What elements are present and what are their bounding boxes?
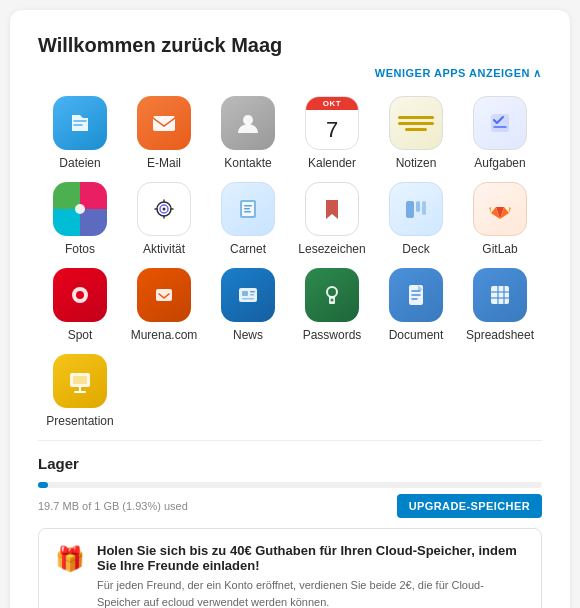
svg-point-4 (163, 208, 166, 211)
svg-rect-31 (491, 286, 509, 304)
presentation-icon (53, 354, 107, 408)
app-news[interactable]: News (206, 268, 290, 342)
news-label: News (233, 328, 263, 342)
cal-month: OKT (306, 97, 358, 110)
svg-rect-23 (242, 291, 248, 296)
svg-rect-26 (242, 298, 254, 300)
deck-icon (389, 182, 443, 236)
gitlab-icon (473, 182, 527, 236)
storage-row: 19.7 MB of 1 GB (1.93%) used UPGRADE-SPE… (38, 494, 542, 518)
storage-used-text: 19.7 MB of 1 GB (1.93%) used (38, 500, 188, 512)
svg-rect-2 (491, 114, 509, 132)
photos-icon (53, 182, 107, 236)
section-divider (38, 440, 542, 441)
cal-day: 7 (306, 110, 358, 149)
files-label: Dateien (59, 156, 100, 170)
app-activity[interactable]: Aktivität (122, 182, 206, 256)
carnet-icon (221, 182, 275, 236)
notes-icon (389, 96, 443, 150)
storage-bar-container (38, 482, 542, 488)
app-presentation[interactable]: Presentation (38, 354, 122, 428)
app-passwords[interactable]: Passwords (290, 268, 374, 342)
apps-grid: Dateien E-Mail Kontakte (38, 96, 542, 428)
svg-point-27 (327, 287, 337, 297)
spreadsheet-icon (473, 268, 527, 322)
email-icon (137, 96, 191, 150)
promo-title: Holen Sie sich bis zu 40€ Guthaben für I… (97, 543, 525, 573)
passwords-icon (305, 268, 359, 322)
toggle-apps-row: WENIGER APPS ANZEIGEN ∧ (38, 67, 542, 80)
app-email[interactable]: E-Mail (122, 96, 206, 170)
svg-rect-25 (250, 294, 254, 296)
main-container: Willkommen zurück Maag WENIGER APPS ANZE… (10, 10, 570, 608)
svg-rect-0 (153, 116, 175, 131)
app-tasks[interactable]: Aufgaben (458, 96, 542, 170)
contacts-label: Kontakte (224, 156, 271, 170)
carnet-label: Carnet (230, 242, 266, 256)
app-photos[interactable]: Fotos (38, 182, 122, 256)
bookmarks-icon (305, 182, 359, 236)
files-icon (53, 96, 107, 150)
app-carnet[interactable]: Carnet (206, 182, 290, 256)
app-murena[interactable]: Murena.com (122, 268, 206, 342)
bookmarks-label: Lesezeichen (298, 242, 365, 256)
svg-rect-18 (422, 201, 426, 215)
svg-point-1 (243, 115, 253, 125)
spreadsheet-label: Spreadsheet (466, 328, 534, 342)
app-notes[interactable]: Notizen (374, 96, 458, 170)
svg-point-29 (331, 299, 334, 302)
app-spreadsheet[interactable]: Spreadsheet (458, 268, 542, 342)
gitlab-label: GitLab (482, 242, 517, 256)
murena-label: Murena.com (131, 328, 198, 342)
passwords-label: Passwords (303, 328, 362, 342)
svg-rect-39 (73, 376, 87, 384)
promo-content: Holen Sie sich bis zu 40€ Guthaben für I… (97, 543, 525, 608)
svg-point-3 (75, 204, 85, 214)
svg-rect-21 (156, 289, 172, 301)
activity-label: Aktivität (143, 242, 185, 256)
calendar-icon: OKT 7 (305, 96, 359, 150)
welcome-title: Willkommen zurück Maag (38, 34, 542, 57)
svg-rect-16 (406, 201, 414, 218)
activity-icon (137, 182, 191, 236)
murena-icon (137, 268, 191, 322)
spot-icon (53, 268, 107, 322)
svg-rect-14 (244, 208, 250, 210)
document-label: Document (389, 328, 444, 342)
app-files[interactable]: Dateien (38, 96, 122, 170)
app-bookmarks[interactable]: Lesezeichen (290, 182, 374, 256)
tasks-icon (473, 96, 527, 150)
presentation-label: Presentation (46, 414, 113, 428)
toggle-apps-link[interactable]: WENIGER APPS ANZEIGEN ∧ (375, 67, 542, 80)
contacts-icon (221, 96, 275, 150)
storage-section-title: Lager (38, 455, 542, 472)
app-document[interactable]: Document (374, 268, 458, 342)
svg-rect-24 (250, 291, 255, 293)
email-label: E-Mail (147, 156, 181, 170)
app-contacts[interactable]: Kontakte (206, 96, 290, 170)
news-icon (221, 268, 275, 322)
app-calendar[interactable]: OKT 7 Kalender (290, 96, 374, 170)
svg-rect-13 (244, 205, 252, 207)
app-spot[interactable]: Spot (38, 268, 122, 342)
storage-bar-fill (38, 482, 48, 488)
spot-label: Spot (68, 328, 93, 342)
promo-icon: 🎁 (55, 545, 85, 573)
tasks-label: Aufgaben (474, 156, 525, 170)
svg-rect-17 (416, 201, 420, 212)
promo-box: 🎁 Holen Sie sich bis zu 40€ Guthaben für… (38, 528, 542, 608)
app-gitlab[interactable]: GitLab (458, 182, 542, 256)
app-deck[interactable]: Deck (374, 182, 458, 256)
document-icon (389, 268, 443, 322)
calendar-label: Kalender (308, 156, 356, 170)
upgrade-storage-button[interactable]: UPGRADE-SPEICHER (397, 494, 542, 518)
deck-label: Deck (402, 242, 429, 256)
promo-text: Für jeden Freund, der ein Konto eröffnet… (97, 577, 525, 608)
svg-rect-15 (244, 211, 251, 213)
svg-point-20 (76, 291, 84, 299)
photos-label: Fotos (65, 242, 95, 256)
notes-label: Notizen (396, 156, 437, 170)
